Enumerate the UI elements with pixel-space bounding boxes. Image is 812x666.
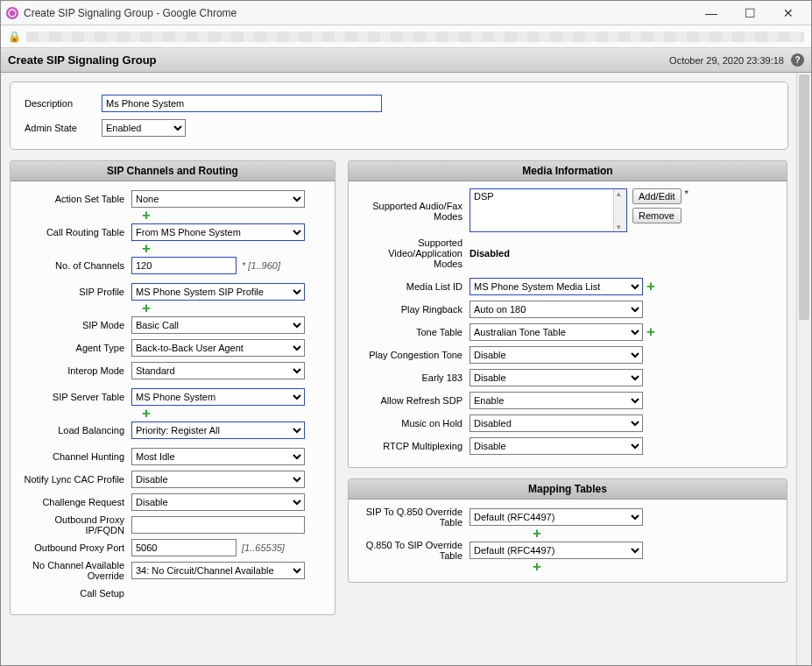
call-routing-table-label: Call Routing Table [19, 227, 131, 237]
audio-modes-label: Supported Audio/Fax Modes [357, 188, 470, 222]
window-maximize-button[interactable]: ☐ [731, 1, 769, 25]
outbound-proxy-port-label: Outbound Proxy Port [19, 542, 131, 553]
page-title: Create SIP Signaling Group [8, 53, 669, 67]
media-information-panel: Media Information Supported Audio/Fax Mo… [348, 160, 787, 468]
no-channel-override-label: No Channel Available Override [19, 560, 131, 581]
video-modes-value: Disabled [470, 248, 510, 259]
sip-mode-label: SIP Mode [19, 320, 131, 330]
address-url-blurred [26, 32, 804, 42]
call-routing-table-select[interactable]: From MS Phone System [131, 223, 305, 241]
action-set-table-select[interactable]: None [131, 190, 305, 208]
q850-to-sip-select[interactable]: Default (RFC4497) [470, 542, 643, 559]
sip-server-table-add-icon[interactable]: + [138, 405, 151, 422]
notify-lync-label: Notify Lync CAC Profile [19, 474, 131, 485]
early-183-select[interactable]: Disable [470, 369, 643, 386]
page-scrollbar[interactable] [796, 73, 811, 665]
media-information-header: Media Information [349, 161, 787, 181]
required-star: * [685, 188, 688, 199]
lock-icon: 🔒 [8, 31, 21, 43]
help-icon[interactable]: ? [791, 53, 804, 67]
agent-type-select[interactable]: Back-to-Back User Agent [131, 339, 305, 357]
sip-server-table-label: SIP Server Table [19, 392, 131, 402]
play-congestion-select[interactable]: Disable [470, 346, 643, 364]
general-card: Description Admin State Enabled [10, 81, 788, 150]
mapping-tables-header: Mapping Tables [349, 479, 787, 499]
window-title: Create SIP Signaling Group - Google Chro… [24, 7, 692, 19]
play-congestion-label: Play Congestion Tone [357, 350, 470, 360]
sip-profile-label: SIP Profile [19, 287, 131, 297]
sip-profile-select[interactable]: MS Phone System SIP Profile [131, 283, 305, 301]
audio-modes-add-edit-button[interactable]: Add/Edit [632, 188, 681, 204]
tone-table-select[interactable]: Australian Tone Table [470, 323, 643, 341]
rtcp-mux-select[interactable]: Disable [470, 437, 643, 455]
audio-modes-remove-button[interactable]: Remove [632, 208, 681, 223]
interop-mode-label: Interop Mode [19, 365, 131, 376]
description-input[interactable] [102, 95, 382, 112]
description-label: Description [25, 98, 102, 109]
address-bar: 🔒 [1, 25, 811, 48]
page-header: Create SIP Signaling Group October 29, 2… [1, 48, 811, 73]
outbound-proxy-port-input[interactable] [131, 539, 237, 556]
sip-channels-header: SIP Channels and Routing [11, 161, 335, 181]
agent-type-label: Agent Type [19, 343, 131, 353]
sip-server-table-select[interactable]: MS Phone System [131, 388, 305, 406]
mapping-tables-panel: Mapping Tables SIP To Q.850 Override Tab… [348, 478, 787, 583]
allow-refresh-sdp-label: Allow Refresh SDP [357, 395, 470, 406]
call-setup-label: Call Setup [19, 588, 131, 599]
scrollbar-thumb[interactable] [799, 74, 809, 320]
outbound-proxy-ip-label: Outbound Proxy IP/FQDN [19, 514, 131, 535]
play-ringback-select[interactable]: Auto on 180 [470, 301, 643, 318]
sip-to-q850-add-icon[interactable]: + [529, 525, 541, 542]
window-minimize-button[interactable]: — [692, 1, 731, 25]
sip-profile-add-icon[interactable]: + [138, 300, 151, 316]
window-close-button[interactable]: ✕ [769, 1, 808, 25]
allow-refresh-sdp-select[interactable]: Enable [470, 392, 643, 409]
q850-to-sip-label: Q.850 To SIP Override Table [357, 540, 470, 561]
media-list-id-add-icon[interactable]: + [643, 282, 655, 291]
play-ringback-label: Play Ringback [357, 304, 470, 315]
action-set-table-label: Action Set Table [19, 194, 131, 204]
media-list-id-label: Media List ID [357, 281, 470, 292]
load-balancing-select[interactable]: Priority: Register All [131, 422, 305, 439]
svg-point-0 [9, 10, 16, 17]
admin-state-select[interactable]: Enabled [102, 119, 186, 137]
sip-to-q850-select[interactable]: Default (RFC4497) [470, 508, 643, 526]
outbound-proxy-port-hint: [1..65535] [242, 542, 285, 553]
no-channels-label: No. of Channels [19, 260, 131, 271]
no-channels-input[interactable] [131, 257, 237, 274]
video-modes-label: Supported Video/Application Modes [357, 237, 470, 269]
sip-mode-select[interactable]: Basic Call [131, 316, 305, 334]
content-area: Description Admin State Enabled SIP Chan… [1, 73, 796, 665]
channel-hunting-select[interactable]: Most Idle [131, 448, 305, 465]
load-balancing-label: Load Balancing [19, 425, 131, 436]
listbox-scrollbar[interactable] [613, 189, 626, 231]
sip-to-q850-label: SIP To Q.850 Override Table [357, 507, 470, 528]
rtcp-mux-label: RTCP Multiplexing [357, 441, 470, 451]
interop-mode-select[interactable]: Standard [131, 362, 305, 379]
outbound-proxy-ip-input[interactable] [131, 516, 305, 534]
early-183-label: Early 183 [357, 372, 470, 383]
no-channels-hint: * [1..960] [242, 260, 280, 271]
q850-to-sip-add-icon[interactable]: + [529, 558, 541, 575]
chrome-app-icon [6, 7, 18, 19]
music-on-hold-label: Music on Hold [357, 418, 470, 429]
audio-modes-listbox[interactable]: DSP [470, 188, 627, 232]
audio-modes-value: DSP [474, 191, 612, 202]
tone-table-add-icon[interactable]: + [643, 328, 655, 337]
titlebar: Create SIP Signaling Group - Google Chro… [1, 1, 811, 25]
media-list-id-select[interactable]: MS Phone System Media List [470, 278, 643, 295]
admin-state-label: Admin State [25, 123, 102, 133]
sip-channels-panel: SIP Channels and Routing Action Set Tabl… [10, 160, 335, 615]
challenge-request-select[interactable]: Disable [131, 493, 305, 511]
channel-hunting-label: Channel Hunting [19, 451, 131, 462]
challenge-request-label: Challenge Request [19, 497, 131, 507]
browser-window: Create SIP Signaling Group - Google Chro… [0, 0, 812, 666]
tone-table-label: Tone Table [357, 327, 470, 337]
music-on-hold-select[interactable]: Disabled [470, 414, 643, 432]
page-timestamp: October 29, 2020 23:39:18 [669, 55, 784, 66]
notify-lync-select[interactable]: Disable [131, 471, 305, 488]
call-routing-table-add-icon[interactable]: + [138, 240, 151, 257]
no-channel-override-select[interactable]: 34: No Circuit/Channel Available [131, 562, 305, 579]
action-set-table-add-icon[interactable]: + [138, 207, 151, 223]
